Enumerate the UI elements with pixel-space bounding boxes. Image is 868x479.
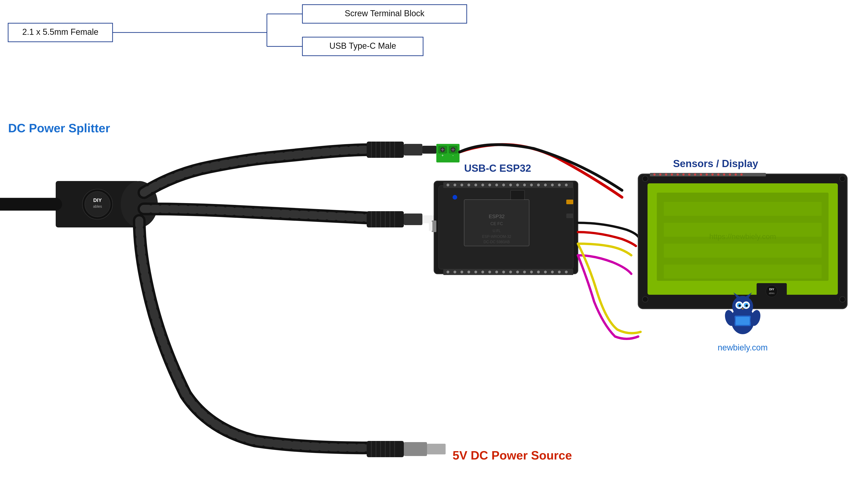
svg-point-122: [706, 173, 708, 176]
svg-rect-33: [404, 442, 427, 456]
svg-rect-24: [404, 214, 423, 225]
svg-point-119: [688, 173, 690, 176]
svg-point-77: [467, 270, 470, 274]
svg-point-91: [565, 270, 568, 274]
svg-point-55: [446, 184, 449, 186]
svg-point-125: [723, 173, 725, 176]
svg-point-71: [558, 184, 561, 186]
svg-point-113: [653, 173, 656, 176]
svg-point-85: [523, 270, 526, 274]
svg-point-66: [523, 184, 526, 186]
svg-point-121: [700, 173, 702, 176]
svg-point-67: [530, 184, 533, 186]
svg-point-63: [502, 184, 505, 186]
svg-text:CE FC: CE FC: [490, 221, 503, 226]
svg-point-146: [745, 305, 748, 307]
dc-power-splitter-label: DC Power Splitter: [8, 121, 110, 135]
svg-text:ESP32: ESP32: [489, 214, 505, 219]
svg-point-145: [739, 305, 741, 307]
svg-point-68: [537, 184, 540, 186]
svg-rect-112: [650, 173, 766, 177]
svg-point-124: [717, 173, 719, 176]
svg-point-130: [840, 176, 845, 182]
svg-point-56: [454, 184, 456, 186]
svg-point-116: [671, 173, 673, 176]
svg-text:ables: ables: [769, 292, 774, 294]
svg-text:DIY: DIY: [769, 288, 774, 291]
svg-point-103: [453, 195, 457, 199]
svg-point-62: [495, 184, 498, 186]
svg-rect-100: [429, 222, 432, 231]
svg-text:+: +: [441, 153, 443, 157]
svg-point-65: [516, 184, 519, 186]
svg-point-88: [544, 270, 547, 274]
svg-point-127: [735, 173, 737, 176]
svg-point-11: [85, 191, 110, 217]
svg-point-75: [454, 270, 456, 274]
svg-point-129: [643, 176, 648, 182]
female-connector-label: 2.1 x 5.5mm Female: [22, 27, 98, 37]
svg-point-90: [558, 270, 561, 274]
svg-point-80: [488, 270, 491, 274]
svg-point-58: [467, 184, 470, 186]
svg-point-132: [840, 296, 845, 302]
svg-rect-15: [404, 144, 423, 156]
svg-point-64: [509, 184, 512, 186]
svg-point-82: [502, 270, 505, 274]
svg-rect-107: [664, 202, 822, 216]
svg-point-86: [530, 270, 533, 274]
svg-rect-34: [427, 444, 445, 454]
svg-point-128: [740, 173, 743, 176]
svg-point-84: [516, 270, 519, 274]
svg-point-83: [509, 270, 512, 274]
svg-rect-150: [734, 326, 752, 328]
wiring-diagram-svg: 2.1 x 5.5mm Female Screw Terminal Block …: [0, 0, 868, 479]
svg-point-72: [565, 184, 568, 186]
svg-point-123: [711, 173, 714, 176]
svg-point-115: [665, 173, 667, 176]
svg-text:DIY: DIY: [93, 197, 102, 203]
svg-point-114: [659, 173, 661, 176]
newbiely-label: newbiely.com: [718, 343, 768, 352]
svg-text:-: -: [452, 153, 454, 157]
svg-point-131: [643, 296, 648, 302]
svg-point-118: [682, 173, 685, 176]
svg-point-117: [677, 173, 679, 176]
screw-terminal-label: Screw Terminal Block: [345, 8, 425, 18]
svg-rect-93: [510, 190, 525, 199]
svg-point-69: [544, 184, 547, 186]
svg-rect-110: [664, 264, 822, 279]
svg-rect-102: [566, 214, 573, 218]
svg-point-81: [495, 270, 498, 274]
sensors-display-label: Sensors / Display: [673, 158, 758, 169]
svg-rect-101: [566, 199, 573, 204]
svg-point-57: [461, 184, 463, 186]
svg-point-78: [474, 270, 477, 274]
svg-rect-16: [423, 146, 436, 154]
usb-type-c-label: USB Type-C Male: [329, 41, 396, 51]
svg-point-79: [482, 270, 484, 274]
power-source-label: 5V DC Power Source: [453, 449, 572, 462]
svg-point-134: [766, 285, 777, 297]
svg-rect-109: [664, 244, 822, 258]
svg-point-126: [729, 173, 731, 176]
svg-text:https://newbiely.com: https://newbiely.com: [709, 232, 776, 241]
svg-text:DC-DC 5980AB: DC-DC 5980AB: [484, 240, 510, 244]
svg-text:ESP-WROOM-32: ESP-WROOM-32: [482, 235, 511, 238]
svg-point-87: [537, 270, 540, 274]
svg-text:U.FL: U.FL: [493, 229, 501, 233]
svg-text:ables: ables: [93, 204, 102, 209]
svg-point-76: [461, 270, 463, 274]
svg-point-70: [551, 184, 554, 186]
svg-point-89: [551, 270, 554, 274]
svg-point-61: [488, 184, 491, 186]
esp32-label: USB-C ESP32: [464, 162, 531, 174]
svg-point-59: [474, 184, 477, 186]
svg-rect-149: [736, 317, 750, 325]
svg-point-120: [694, 173, 696, 176]
diagram-container: 2.1 x 5.5mm Female Screw Terminal Block …: [0, 0, 868, 479]
svg-point-60: [482, 184, 484, 186]
svg-point-74: [446, 270, 449, 274]
